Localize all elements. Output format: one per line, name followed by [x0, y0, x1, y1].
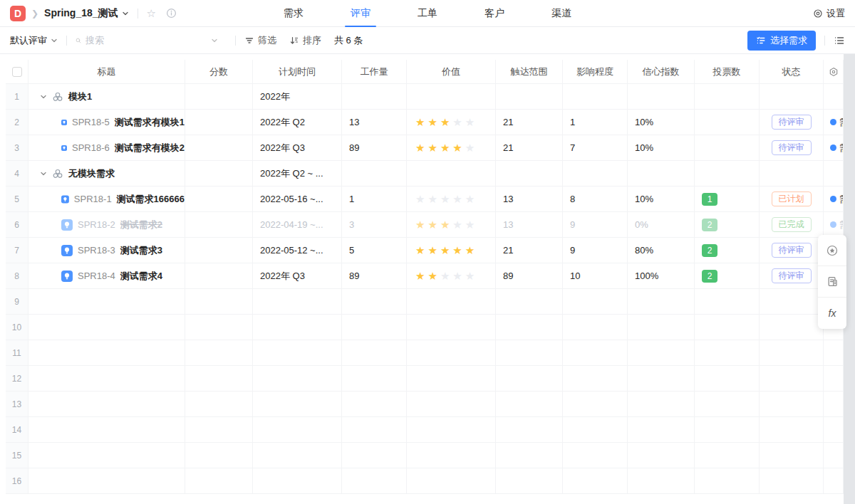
- star-icon[interactable]: ★: [415, 270, 425, 283]
- tab-2[interactable]: 工单: [412, 0, 443, 27]
- tab-4[interactable]: 渠道: [546, 0, 577, 27]
- column-header-7[interactable]: 信心指数: [628, 60, 695, 84]
- star-icon[interactable]: ★: [440, 219, 450, 231]
- search-expand-chevron-icon[interactable]: [211, 37, 218, 44]
- requirement-title-cell[interactable]: SPR18-3测试需求3: [28, 238, 185, 263]
- group-row[interactable]: 1模块12022年: [6, 84, 844, 110]
- star-icon[interactable]: ★: [452, 116, 462, 129]
- requirement-row[interactable]: 3SPR18-6测试需求有模块22022年 Q389★★★★★21710%待评审…: [6, 135, 844, 161]
- column-header-4[interactable]: 价值: [407, 60, 496, 84]
- impact-cell: [563, 443, 628, 468]
- formula-button[interactable]: fx: [818, 298, 846, 329]
- vote-count-badge[interactable]: 1: [702, 193, 717, 206]
- project-title[interactable]: Spring_18_测试: [44, 7, 128, 20]
- column-header-9[interactable]: 状态: [760, 60, 824, 84]
- column-config-cell[interactable]: [824, 60, 844, 84]
- column-header-1[interactable]: 分数: [185, 60, 253, 84]
- group-title-cell[interactable]: 无模块需求: [28, 161, 185, 187]
- requirement-title-cell[interactable]: SPR18-6测试需求有模块2: [28, 135, 185, 161]
- star-icon[interactable]: ★: [465, 193, 475, 206]
- star-icon[interactable]: ★: [428, 193, 437, 206]
- tab-0[interactable]: 需求: [278, 0, 309, 27]
- star-icon[interactable]: ★: [465, 219, 475, 231]
- star-icon[interactable]: ★: [452, 193, 462, 206]
- view-selector[interactable]: 默认评审: [10, 34, 58, 47]
- gear-icon: [813, 9, 823, 19]
- star-icon[interactable]: ★: [452, 244, 462, 257]
- chevron-down-icon[interactable]: [40, 93, 47, 100]
- column-header-3[interactable]: 工作量: [342, 60, 407, 84]
- star-icon[interactable]: ★: [465, 142, 475, 154]
- requirement-title-cell[interactable]: SPR18-4测试需求4: [28, 263, 185, 289]
- star-icon[interactable]: ★: [465, 116, 475, 129]
- info-icon[interactable]: [166, 8, 177, 19]
- star-icon[interactable]: ★: [465, 244, 475, 257]
- star-icon[interactable]: ★: [452, 219, 462, 231]
- impact-cell: 9: [563, 238, 628, 263]
- star-icon[interactable]: ★: [440, 116, 450, 129]
- view-list-button[interactable]: [834, 35, 845, 46]
- star-icon[interactable]: ★: [428, 219, 437, 231]
- status-badge[interactable]: 已计划: [772, 191, 812, 206]
- tab-1[interactable]: 评审: [345, 0, 376, 27]
- status-badge[interactable]: 待评审: [772, 243, 812, 258]
- requirement-row[interactable]: 6SPR18-2测试需求22022-04-19 ~...3★★★★★1390%2…: [6, 212, 844, 238]
- app-logo[interactable]: D: [10, 6, 26, 21]
- star-icon[interactable]: ★: [440, 270, 450, 283]
- empty-cell: [28, 340, 185, 366]
- requirement-title-cell[interactable]: SPR18-1测试需求166666: [28, 187, 185, 212]
- column-header-8[interactable]: 投票数: [695, 60, 760, 84]
- settings-button[interactable]: 设置: [813, 7, 845, 20]
- requirement-row[interactable]: 7SPR18-3测试需求32022-05-12 ~...5★★★★★21980%…: [6, 238, 844, 263]
- select-requirements-button[interactable]: 选择需求: [747, 31, 816, 51]
- star-icon[interactable]: ★: [452, 270, 462, 283]
- group-row[interactable]: 4无模块需求2022年 Q2 ~ ...: [6, 161, 844, 187]
- vote-count-badge[interactable]: 2: [702, 219, 717, 231]
- star-icon[interactable]: ★: [428, 244, 437, 257]
- sort-button[interactable]: 排序: [289, 34, 321, 47]
- star-icon[interactable]: ★: [428, 116, 437, 129]
- tab-3[interactable]: 客户: [479, 0, 510, 27]
- star-icon[interactable]: ★: [415, 116, 425, 129]
- star-icon[interactable]: ★: [465, 270, 475, 283]
- search-input[interactable]: [86, 35, 211, 46]
- column-header-6[interactable]: 影响程度: [563, 60, 628, 84]
- reach-cell: [496, 366, 563, 392]
- status-badge[interactable]: 已完成: [772, 217, 812, 232]
- filter-button[interactable]: 筛选: [244, 34, 276, 47]
- status-badge[interactable]: 待评审: [772, 140, 812, 155]
- column-config-icon[interactable]: [829, 67, 839, 77]
- status-badge[interactable]: 待评审: [772, 115, 812, 130]
- star-icon[interactable]: ★: [452, 142, 462, 154]
- requirement-row[interactable]: 2SPR18-5测试需求有模块12022年 Q213★★★★★21110%待评审…: [6, 110, 844, 135]
- score-rule-button[interactable]: [818, 235, 846, 266]
- value-cell: ★★★★★: [407, 238, 496, 263]
- column-header-2[interactable]: 计划时间: [253, 60, 342, 84]
- vote-count-badge[interactable]: 2: [702, 244, 717, 257]
- column-header-0[interactable]: 标题: [28, 60, 185, 84]
- select-all-checkbox[interactable]: [12, 67, 22, 77]
- requirement-title-cell[interactable]: SPR18-5测试需求有模块1: [28, 110, 185, 135]
- table-header-row: 标题分数计划时间工作量价值触达范围影响程度信心指数投票数状态: [6, 60, 844, 84]
- filter-icon: [244, 36, 254, 46]
- star-icon[interactable]: ★: [440, 142, 450, 154]
- requirement-row[interactable]: 8SPR18-4测试需求42022年 Q389★★★★★8910100%2待评审: [6, 263, 844, 289]
- star-icon[interactable]: ★: [428, 270, 437, 283]
- group-title-cell[interactable]: 模块1: [28, 84, 185, 110]
- empty-row: 12: [6, 366, 844, 392]
- star-icon[interactable]: ★: [440, 244, 450, 257]
- star-icon[interactable]: ★: [415, 244, 425, 257]
- requirement-title-cell[interactable]: SPR18-2测试需求2: [28, 212, 185, 238]
- star-icon[interactable]: ★: [415, 219, 425, 231]
- star-icon[interactable]: ★: [415, 193, 425, 206]
- star-icon[interactable]: ★: [440, 193, 450, 206]
- favorite-star-icon[interactable]: ☆: [147, 7, 156, 20]
- requirement-row[interactable]: 5SPR18-1测试需求1666662022-05-16 ~...1★★★★★1…: [6, 187, 844, 212]
- status-badge[interactable]: 待评审: [772, 268, 812, 283]
- report-button[interactable]: [818, 266, 846, 298]
- column-header-5[interactable]: 触达范围: [496, 60, 563, 84]
- vote-count-badge[interactable]: 2: [702, 270, 717, 283]
- star-icon[interactable]: ★: [415, 142, 425, 154]
- star-icon[interactable]: ★: [428, 142, 437, 154]
- chevron-down-icon[interactable]: [40, 170, 47, 177]
